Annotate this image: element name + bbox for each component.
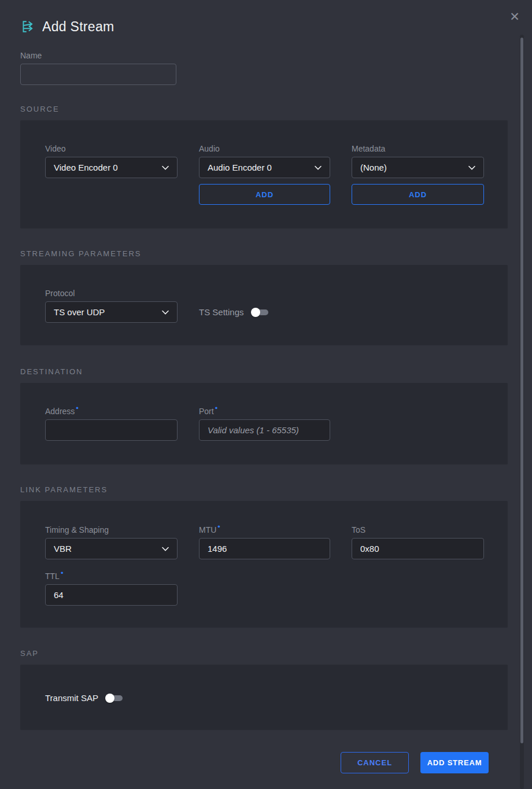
ttl-input[interactable] xyxy=(45,584,178,606)
add-audio-button[interactable]: ADD xyxy=(199,184,330,205)
streaming-parameters-panel: Protocol TS over UDP TS Settings xyxy=(20,265,508,345)
section-title-sap: SAP xyxy=(20,649,508,658)
ts-settings-toggle-row: TS Settings xyxy=(199,289,330,323)
transmit-sap-toggle[interactable] xyxy=(105,694,123,703)
timing-shaping-label: Timing & Shaping xyxy=(45,525,178,534)
cancel-button[interactable]: CANCEL xyxy=(341,752,409,773)
video-label: Video xyxy=(45,144,178,153)
page-title: Add Stream xyxy=(42,19,114,35)
chevron-down-icon xyxy=(162,165,169,170)
close-icon[interactable]: ✕ xyxy=(507,8,523,24)
protocol-value: TS over UDP xyxy=(54,307,105,317)
audio-encoder-value: Audio Encoder 0 xyxy=(208,163,272,172)
tos-label: ToS xyxy=(352,525,484,534)
protocol-field-group: Protocol TS over UDP xyxy=(45,289,178,323)
video-encoder-select[interactable]: Video Encoder 0 xyxy=(45,157,178,178)
timing-shaping-select[interactable]: VBR xyxy=(45,538,178,559)
port-input[interactable] xyxy=(199,419,330,441)
sap-panel: Transmit SAP xyxy=(20,665,508,730)
address-field-group: Address xyxy=(45,407,178,441)
protocol-select[interactable]: TS over UDP xyxy=(45,301,178,323)
add-stream-button[interactable]: ADD STREAM xyxy=(420,752,489,773)
add-metadata-button[interactable]: ADD xyxy=(352,184,484,205)
chevron-down-icon xyxy=(162,310,169,315)
timing-shaping-field-group: Timing & Shaping VBR xyxy=(45,525,178,559)
audio-encoder-select[interactable]: Audio Encoder 0 xyxy=(199,157,330,178)
metadata-field-group: Metadata (None) ADD xyxy=(352,144,484,205)
mtu-field-group: MTU xyxy=(199,525,330,559)
chevron-down-icon xyxy=(315,165,322,170)
tos-input[interactable] xyxy=(352,538,484,559)
metadata-select[interactable]: (None) xyxy=(352,157,484,178)
dialog-footer: CANCEL ADD STREAM xyxy=(20,752,508,773)
port-field-group: Port xyxy=(199,407,330,441)
ttl-label: TTL xyxy=(45,572,178,581)
scrollbar-track[interactable] xyxy=(520,35,524,789)
stream-out-icon xyxy=(20,19,35,34)
toggle-knob xyxy=(105,694,114,703)
timing-shaping-value: VBR xyxy=(54,544,72,554)
destination-panel: Address Port xyxy=(20,383,508,464)
transmit-sap-label: Transmit SAP xyxy=(45,694,98,703)
address-input[interactable] xyxy=(45,419,178,441)
tos-field-group: ToS xyxy=(352,525,484,559)
chevron-down-icon xyxy=(162,547,169,551)
ts-settings-toggle[interactable] xyxy=(251,308,268,317)
audio-label: Audio xyxy=(199,144,330,153)
mtu-input[interactable] xyxy=(199,538,330,559)
scrollbar-thumb[interactable] xyxy=(520,38,523,743)
toggle-knob xyxy=(251,308,260,317)
mtu-label: MTU xyxy=(199,525,330,534)
add-stream-dialog: Add Stream ✕ Name SOURCE Video Video Enc… xyxy=(0,0,532,789)
ttl-field-group: TTL xyxy=(45,572,178,606)
link-parameters-panel: Timing & Shaping VBR MTU ToS xyxy=(20,501,508,628)
name-input[interactable] xyxy=(20,64,176,85)
metadata-value: (None) xyxy=(360,163,387,172)
section-title-link-parameters: LINK PARAMETERS xyxy=(20,485,508,495)
audio-field-group: Audio Audio Encoder 0 ADD xyxy=(199,144,330,205)
dialog-header: Add Stream xyxy=(20,0,508,37)
section-title-source: SOURCE xyxy=(20,105,508,114)
name-label: Name xyxy=(20,51,508,60)
port-label: Port xyxy=(199,407,330,416)
video-field-group: Video Video Encoder 0 xyxy=(45,144,178,205)
video-encoder-value: Video Encoder 0 xyxy=(54,163,118,172)
metadata-label: Metadata xyxy=(352,144,484,153)
ts-settings-label: TS Settings xyxy=(199,308,244,317)
transmit-sap-toggle-row: Transmit SAP xyxy=(20,665,508,703)
address-label: Address xyxy=(45,407,178,416)
chevron-down-icon xyxy=(468,165,475,170)
section-title-streaming-parameters: STREAMING PARAMETERS xyxy=(20,249,508,259)
section-title-destination: DESTINATION xyxy=(20,367,508,377)
source-panel: Video Video Encoder 0 Audio Audio Encode… xyxy=(20,120,508,228)
protocol-label: Protocol xyxy=(45,289,178,298)
